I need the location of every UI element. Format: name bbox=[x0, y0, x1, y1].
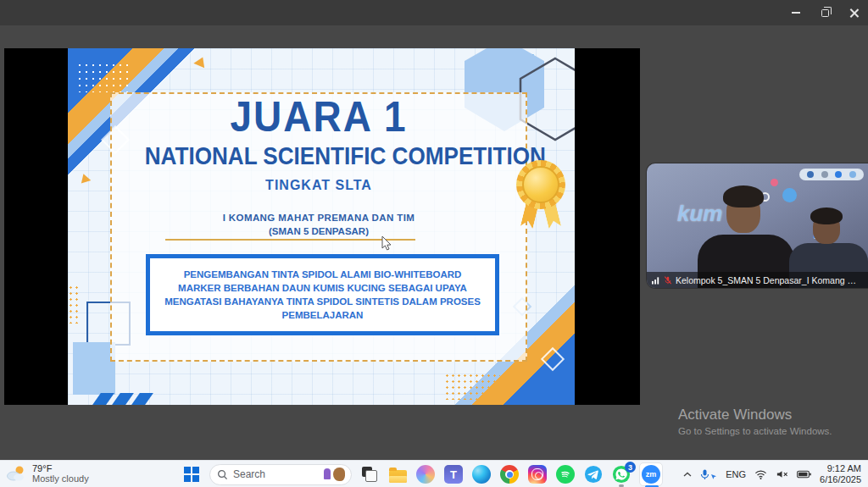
window-titlebar bbox=[0, 0, 868, 25]
weather-widget[interactable]: 79°F Mostly cloudy bbox=[5, 463, 89, 484]
signal-strength-icon bbox=[652, 276, 660, 285]
watermark-title: Activate Windows bbox=[678, 407, 832, 423]
copilot-icon bbox=[416, 465, 435, 484]
telegram-button[interactable] bbox=[583, 464, 604, 484]
project-title-box: PENGEMBANGAN TINTA SPIDOL ALAMI BIO-WHIT… bbox=[146, 254, 499, 335]
certificate-text-block: JUARA 1 NATIONAL SCIENTIFIC COMPETITION … bbox=[119, 94, 519, 236]
square-fill-bottom-left bbox=[73, 342, 115, 395]
restore-button[interactable] bbox=[810, 0, 839, 25]
search-box[interactable]: Search bbox=[209, 464, 352, 485]
copilot-button[interactable] bbox=[415, 464, 436, 484]
task-view-button[interactable] bbox=[359, 464, 380, 484]
chrome-button[interactable] bbox=[499, 464, 520, 484]
hidden-icons-chevron[interactable] bbox=[683, 472, 692, 477]
search-placeholder: Search bbox=[233, 468, 316, 480]
dots-pattern-top-left bbox=[76, 62, 129, 92]
divider-line bbox=[165, 239, 415, 241]
close-button[interactable] bbox=[839, 0, 868, 25]
microphone-in-use-icon[interactable] bbox=[700, 469, 717, 480]
minimize-icon bbox=[792, 12, 800, 14]
clock[interactable]: 9:12 AM 6/16/2025 bbox=[820, 463, 865, 485]
stripes-bottom-left bbox=[97, 393, 149, 405]
taskbar: 79°F Mostly cloudy Search T bbox=[0, 460, 868, 487]
wifi-icon[interactable] bbox=[754, 469, 767, 480]
restore-icon bbox=[821, 9, 829, 17]
winner-name: I KOMANG MAHAT PREMANA DAN TIM bbox=[119, 213, 519, 223]
whatsapp-notification-badge: 3 bbox=[625, 462, 636, 473]
instagram-button[interactable] bbox=[527, 464, 548, 484]
search-icon bbox=[217, 469, 228, 480]
competition-name: NATIONAL SCIENTIFIC COMPETITION bbox=[145, 141, 493, 170]
task-view-icon bbox=[361, 466, 378, 483]
battery-icon[interactable] bbox=[797, 470, 811, 479]
participant-video-tile[interactable]: kum III Kelompok 5_SMAN 5 Denpasar_I Kom… bbox=[647, 163, 868, 288]
telegram-icon bbox=[584, 465, 603, 484]
spotify-button[interactable] bbox=[555, 464, 576, 484]
tray-time: 9:12 AM bbox=[820, 463, 861, 474]
teams-icon: T bbox=[444, 465, 463, 484]
volume-muted-icon[interactable] bbox=[776, 469, 788, 479]
award-title: JUARA 1 bbox=[119, 92, 519, 141]
instagram-icon bbox=[528, 465, 547, 484]
zoom-button-active[interactable]: zm bbox=[639, 462, 663, 486]
taskbar-app-icons: Search T bbox=[181, 461, 663, 487]
tray-date: 6/16/2025 bbox=[820, 474, 861, 485]
competition-level: TINGKAT SLTA bbox=[119, 178, 519, 193]
screen-share-area: ««««« ««««« JUARA 1 NATIONAL SCIENTIFIC … bbox=[4, 48, 640, 405]
minimize-button[interactable] bbox=[782, 0, 810, 25]
participant-name: Kelompok 5_SMAN 5 Denpasar_I Komang Maha… bbox=[676, 275, 863, 285]
participant-name-bar: Kelompok 5_SMAN 5 Denpasar_I Komang Maha… bbox=[647, 272, 868, 288]
folder-icon bbox=[389, 470, 407, 483]
teams-button[interactable]: T bbox=[443, 464, 464, 484]
zoom-icon: zm bbox=[642, 465, 660, 484]
file-explorer-button[interactable] bbox=[387, 464, 408, 484]
start-button[interactable] bbox=[181, 464, 202, 484]
medal-icon bbox=[516, 160, 565, 209]
project-title: PENGEMBANGAN TINTA SPIDOL ALAMI BIO-WHIT… bbox=[150, 268, 495, 322]
weather-icon bbox=[5, 464, 27, 483]
dots-pattern-left bbox=[68, 285, 80, 324]
close-icon bbox=[849, 8, 859, 18]
dots-pattern-bottom-right bbox=[444, 373, 500, 400]
winner-school: (SMAN 5 DENPASAR) bbox=[119, 226, 519, 236]
background-logo-badges bbox=[799, 169, 864, 180]
presentation-slide: ««««« ««««« JUARA 1 NATIONAL SCIENTIFIC … bbox=[68, 48, 575, 405]
mic-muted-icon bbox=[664, 275, 672, 285]
search-highlight-image bbox=[321, 466, 347, 483]
chrome-icon bbox=[500, 465, 519, 484]
weather-temperature: 79°F bbox=[32, 463, 89, 473]
watermark-subtitle: Go to Settings to activate Windows. bbox=[678, 426, 832, 436]
activate-windows-watermark: Activate Windows Go to Settings to activ… bbox=[678, 407, 832, 436]
weather-condition: Mostly cloudy bbox=[32, 473, 89, 484]
system-tray: ENG 9:12 AM 6/16/2025 bbox=[683, 461, 865, 487]
window-controls bbox=[782, 0, 868, 25]
whatsapp-button[interactable]: 3 bbox=[611, 464, 632, 484]
spotify-icon bbox=[556, 465, 575, 484]
language-indicator[interactable]: ENG bbox=[726, 469, 746, 479]
edge-button[interactable] bbox=[471, 464, 492, 484]
windows-logo-icon bbox=[184, 467, 199, 482]
mouse-cursor bbox=[381, 235, 392, 251]
edge-icon bbox=[472, 465, 491, 484]
